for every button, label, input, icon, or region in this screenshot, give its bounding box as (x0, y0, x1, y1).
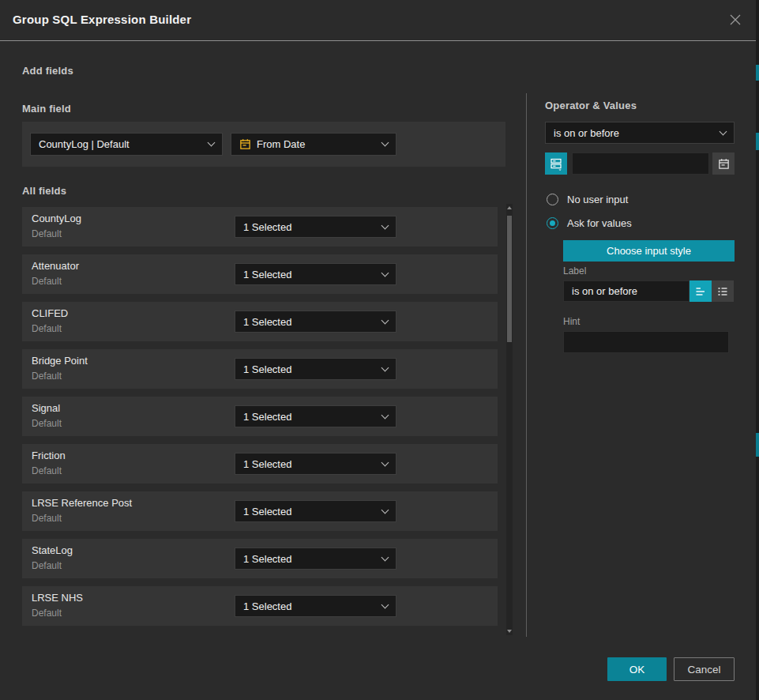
field-selection-dropdown[interactable]: 1 Selected (235, 453, 396, 475)
chevron-down-icon (381, 553, 389, 561)
main-field-panel: CountyLog | Default From Date (22, 122, 505, 167)
field-selection-dropdown-label: 1 Selected (243, 411, 377, 423)
date-picker-button[interactable] (712, 152, 735, 175)
field-name: CLIFED (32, 307, 68, 319)
field-name: Friction (32, 450, 66, 461)
field-selection-dropdown[interactable]: 1 Selected (235, 263, 396, 285)
radio-off-icon (547, 194, 558, 205)
close-button[interactable] (727, 11, 744, 28)
field-selection-dropdown[interactable]: 1 Selected (235, 500, 396, 522)
hint-input[interactable] (563, 331, 729, 353)
all-fields-heading: All fields (22, 185, 66, 197)
ok-button[interactable]: OK (607, 657, 667, 681)
value-list-icon (716, 285, 729, 298)
field-subtitle: Default (32, 228, 62, 239)
field-name: LRSE NHS (32, 592, 83, 604)
scrollbar-up-arrow-icon[interactable] (507, 206, 512, 209)
chevron-down-icon (381, 506, 389, 514)
ask-for-values-radio[interactable]: Ask for values (547, 217, 632, 229)
chevron-down-icon (720, 127, 727, 135)
chevron-down-icon (381, 221, 389, 229)
main-dataset-dropdown-label: CountyLog | Default (39, 138, 203, 150)
field-selection-dropdown-label: 1 Selected (243, 600, 377, 612)
dialog-titlebar: Group SQL Expression Builder (0, 0, 756, 41)
field-selection-dropdown-label: 1 Selected (243, 316, 377, 328)
field-row: CountyLog Default 1 Selected (22, 207, 498, 247)
main-field-dropdown[interactable]: From Date (231, 133, 396, 156)
field-selection-dropdown[interactable]: 1 Selected (235, 310, 396, 333)
field-subtitle: Default (32, 465, 62, 476)
field-selection-dropdown-label: 1 Selected (243, 458, 377, 470)
operator-dropdown[interactable]: is on or before (545, 122, 735, 144)
label-caption: Label (563, 265, 586, 277)
field-subtitle: Default (32, 608, 62, 619)
single-value-style-button[interactable] (689, 280, 712, 302)
field-row: Bridge Point Default 1 Selected (22, 349, 498, 389)
field-row: LRSE Reference Post Default 1 Selected (22, 491, 498, 531)
chevron-down-icon (381, 139, 389, 147)
field-subtitle: Default (32, 371, 62, 382)
field-subtitle: Default (32, 323, 62, 334)
field-selection-dropdown[interactable]: 1 Selected (235, 216, 396, 238)
field-selection-dropdown-label: 1 Selected (243, 553, 377, 565)
background-app-fragment (756, 133, 759, 150)
field-subtitle: Default (32, 276, 62, 287)
background-app-fragment (756, 433, 759, 457)
main-dataset-dropdown[interactable]: CountyLog | Default (30, 133, 223, 156)
choose-input-style-button[interactable]: Choose input style (563, 240, 735, 262)
field-name: StateLog (32, 544, 73, 556)
column-divider (526, 93, 527, 637)
screen: Group SQL Expression Builder Add fields … (0, 0, 759, 700)
field-subtitle: Default (32, 513, 62, 524)
ask-for-values-label: Ask for values (567, 217, 632, 229)
field-selection-dropdown-label: 1 Selected (243, 506, 377, 517)
field-name: Bridge Point (32, 355, 88, 367)
calendar-icon (718, 158, 730, 170)
field-row: LRSE NHS Default 1 Selected (22, 586, 498, 626)
background-app-fragment (756, 65, 759, 81)
field-row: CLIFED Default 1 Selected (22, 302, 498, 341)
scrollbar-down-arrow-icon[interactable] (507, 630, 512, 633)
field-row: StateLog Default 1 Selected (22, 539, 498, 578)
no-user-input-label: No user input (567, 194, 628, 205)
fields-scrollbar[interactable] (506, 204, 513, 635)
field-row: Attenuator Default 1 Selected (22, 254, 498, 294)
single-value-icon (694, 285, 707, 298)
value-list-style-button[interactable] (712, 280, 734, 302)
operator-dropdown-label: is on or before (554, 127, 715, 139)
group-sql-expression-builder-dialog: Group SQL Expression Builder Add fields … (0, 0, 756, 700)
chevron-down-icon (381, 316, 389, 324)
main-field-dropdown-label: From Date (257, 138, 377, 150)
label-input[interactable]: is on or before (563, 280, 689, 302)
date-field-icon (239, 138, 251, 150)
field-selection-dropdown[interactable]: 1 Selected (235, 595, 396, 617)
radio-on-icon (547, 217, 558, 229)
field-row: Signal Default 1 Selected (22, 397, 498, 436)
scrollbar-thumb[interactable] (507, 216, 512, 342)
hint-caption: Hint (563, 316, 580, 327)
field-selection-dropdown-label: 1 Selected (243, 363, 377, 375)
field-selection-dropdown[interactable]: 1 Selected (235, 405, 396, 427)
add-fields-heading: Add fields (22, 65, 73, 77)
main-field-heading: Main field (22, 103, 71, 115)
chevron-down-icon (381, 600, 389, 608)
chevron-down-icon (381, 458, 389, 466)
field-subtitle: Default (32, 418, 62, 429)
no-user-input-radio[interactable]: No user input (547, 194, 628, 205)
value-input[interactable] (572, 152, 709, 175)
field-selection-dropdown-label: 1 Selected (243, 221, 377, 233)
field-selection-dropdown[interactable]: 1 Selected (235, 548, 396, 570)
chevron-down-icon (381, 363, 389, 371)
field-name: LRSE Reference Post (32, 497, 132, 509)
close-icon (729, 13, 742, 26)
chevron-down-icon (208, 139, 216, 147)
input-type-button[interactable] (545, 152, 567, 175)
field-name: Signal (32, 402, 60, 414)
cancel-button[interactable]: Cancel (674, 657, 735, 681)
all-fields-list: CountyLog Default 1 Selected Attenuator … (22, 207, 498, 634)
field-row: Friction Default 1 Selected (22, 444, 498, 484)
field-selection-dropdown[interactable]: 1 Selected (235, 358, 396, 380)
dialog-title: Group SQL Expression Builder (13, 13, 191, 26)
stacked-values-icon (550, 157, 563, 171)
chevron-down-icon (381, 269, 389, 277)
